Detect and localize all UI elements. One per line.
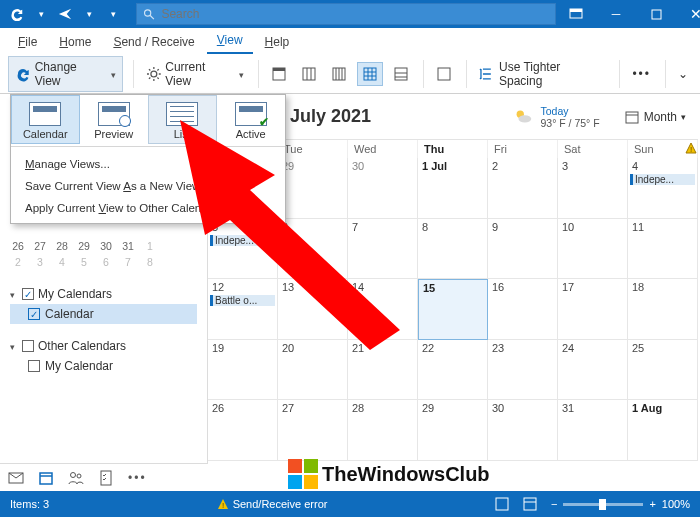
day-cell[interactable]: 8 xyxy=(418,219,488,280)
my-calendar-item[interactable]: My Calendar xyxy=(10,356,197,376)
more-commands-button[interactable]: ••• xyxy=(628,64,655,84)
change-view-button[interactable]: Change View xyxy=(8,56,123,92)
calendar-nav-icon[interactable] xyxy=(38,470,54,486)
minimize-button[interactable]: ─ xyxy=(596,0,636,28)
my-calendar-item-label: My Calendar xyxy=(45,359,113,373)
day-cell[interactable]: 28 xyxy=(348,400,418,461)
day-cell[interactable]: 5Indepe... xyxy=(208,219,278,280)
search-box[interactable] xyxy=(136,3,556,25)
day-cell[interactable]: 16 xyxy=(488,279,558,340)
view-option-preview[interactable]: Preview xyxy=(80,95,149,144)
mini-calendar[interactable]: 2627282930311 2345678 xyxy=(0,234,207,278)
view-scope-selector[interactable]: Month▾ xyxy=(624,109,686,125)
svg-text:!: ! xyxy=(690,145,692,154)
qat-customize-icon[interactable]: ▾ xyxy=(106,7,120,21)
calendar-item[interactable]: ✓Calendar xyxy=(10,304,197,324)
collapse-ribbon-button[interactable]: ⌄ xyxy=(674,64,692,84)
day-cell[interactable]: 19 xyxy=(208,340,278,401)
tasks-nav-icon[interactable] xyxy=(98,470,114,486)
qat-dropdown2-icon[interactable]: ▾ xyxy=(82,7,96,21)
day-cell[interactable]: 26 xyxy=(208,400,278,461)
tab-help[interactable]: Help xyxy=(255,30,300,54)
view-option-calendar[interactable]: Calendar xyxy=(11,95,80,144)
day-cell[interactable]: 21 xyxy=(348,340,418,401)
watermark: TheWindowsClub xyxy=(288,459,490,489)
event-item[interactable]: Battle o... xyxy=(210,295,275,306)
day-cell[interactable]: 29 xyxy=(418,400,488,461)
day-cell[interactable]: 29 xyxy=(278,158,348,219)
error-indicator-strip: ! xyxy=(684,140,698,463)
current-view-button[interactable]: Current View xyxy=(142,57,249,91)
warning-icon: ! xyxy=(217,498,229,510)
day-cell-today[interactable]: 15 xyxy=(418,279,488,340)
tab-file[interactable]: File xyxy=(8,30,47,54)
zoom-control[interactable]: −+ 100% xyxy=(551,498,690,510)
ribbon-display-options[interactable] xyxy=(556,0,596,28)
schedule-view-button[interactable] xyxy=(389,63,413,85)
view-scope-label: Month xyxy=(644,110,677,124)
zoom-slider[interactable] xyxy=(563,503,643,506)
day-cell[interactable]: 7 xyxy=(348,219,418,280)
reading-view-icon[interactable] xyxy=(523,497,537,511)
day-cell[interactable]: 17 xyxy=(558,279,628,340)
day-cell[interactable]: 3 xyxy=(558,158,628,219)
day-cell[interactable]: 6 xyxy=(278,219,348,280)
sync-icon[interactable] xyxy=(10,7,24,21)
day-cell[interactable]: 23 xyxy=(488,340,558,401)
weather-temps: 93° F / 75° F xyxy=(540,117,599,129)
send-all-icon[interactable] xyxy=(58,7,72,21)
apply-view-menuitem[interactable]: Apply Current View to Other Calendar Fo xyxy=(11,197,285,219)
mail-nav-icon[interactable] xyxy=(8,470,24,486)
svg-point-27 xyxy=(71,472,76,477)
day-cell[interactable]: 27 xyxy=(278,400,348,461)
nav-more-button[interactable]: ••• xyxy=(128,471,147,485)
workweek-view-button[interactable] xyxy=(297,63,321,85)
change-view-dropdown: Calendar Preview List Active MManage Vie… xyxy=(10,94,286,224)
status-error[interactable]: ! Send/Receive error xyxy=(217,498,328,510)
manage-views-menuitem[interactable]: MManage Views...anage Views... xyxy=(11,153,285,175)
search-input[interactable] xyxy=(161,7,549,21)
view-option-active[interactable]: Active xyxy=(217,95,286,144)
svg-point-31 xyxy=(519,115,532,122)
svg-point-28 xyxy=(77,474,81,478)
event-item[interactable]: Indepe... xyxy=(210,235,275,246)
month-view-button[interactable] xyxy=(357,62,383,86)
day-cell[interactable]: 31 xyxy=(558,400,628,461)
save-view-menuitem[interactable]: Save Current View As a New View... xyxy=(11,175,285,197)
tab-send-receive[interactable]: Send / Receive xyxy=(103,30,204,54)
close-button[interactable]: ✕ xyxy=(676,0,700,28)
svg-text:!: ! xyxy=(222,501,224,510)
day-cell[interactable]: 1 Jul xyxy=(418,158,488,219)
day-cell[interactable]: 12Battle o... xyxy=(208,279,278,340)
view-option-list[interactable]: List xyxy=(148,95,217,144)
svg-rect-20 xyxy=(395,68,407,80)
status-items: Items: 3 xyxy=(10,498,49,510)
dow-wed: Wed xyxy=(348,140,418,158)
day-cell[interactable]: 22 xyxy=(418,340,488,401)
day-cell[interactable]: 30 xyxy=(488,400,558,461)
day-cell[interactable]: 9 xyxy=(488,219,558,280)
maximize-button[interactable] xyxy=(636,0,676,28)
my-calendars-group[interactable]: ✓My Calendars xyxy=(10,284,197,304)
qat-dropdown-icon[interactable]: ▾ xyxy=(34,7,48,21)
tab-view[interactable]: View xyxy=(207,28,253,54)
day-view-button[interactable] xyxy=(267,63,291,85)
week-view-button[interactable] xyxy=(327,63,351,85)
day-cell[interactable]: 14 xyxy=(348,279,418,340)
day-cell[interactable]: 10 xyxy=(558,219,628,280)
other-calendars-group[interactable]: Other Calendars xyxy=(10,336,197,356)
day-cell[interactable]: 20 xyxy=(278,340,348,401)
use-tighter-spacing-button[interactable]: Use Tighter Spacing xyxy=(475,57,609,91)
day-cell[interactable]: 30 xyxy=(348,158,418,219)
tighter-spacing-label: Use Tighter Spacing xyxy=(499,60,605,88)
normal-view-icon[interactable] xyxy=(495,497,509,511)
warning-icon[interactable]: ! xyxy=(685,142,697,154)
day-cell[interactable]: 2 xyxy=(488,158,558,219)
people-nav-icon[interactable] xyxy=(68,470,84,486)
weather-widget[interactable]: Today93° F / 75° F xyxy=(512,105,599,129)
day-cell[interactable]: 13 xyxy=(278,279,348,340)
day-cell[interactable]: 24 xyxy=(558,340,628,401)
other-calendars-label: Other Calendars xyxy=(38,339,126,353)
time-scale-button[interactable] xyxy=(432,63,456,85)
tab-home[interactable]: Home xyxy=(49,30,101,54)
